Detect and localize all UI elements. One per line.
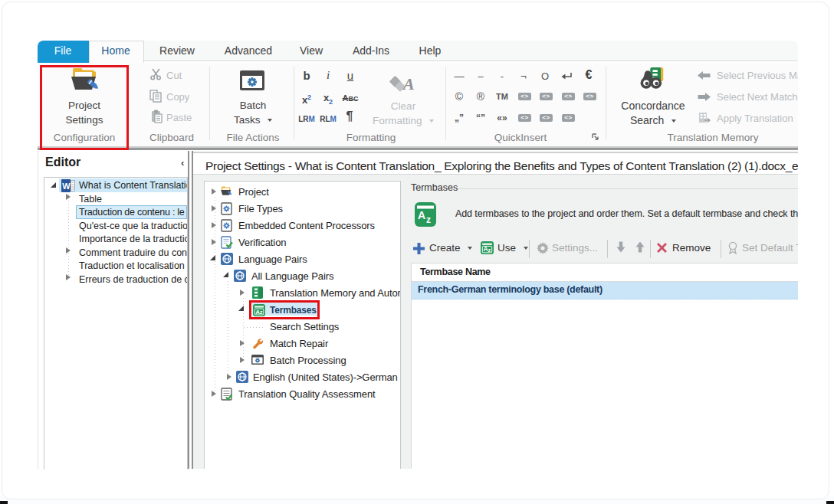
svg-text:z: z [426, 214, 431, 225]
svg-text:A: A [402, 76, 415, 93]
svg-text:z: z [488, 247, 491, 254]
svg-text:W: W [62, 182, 71, 191]
svg-text:A: A [418, 209, 425, 221]
